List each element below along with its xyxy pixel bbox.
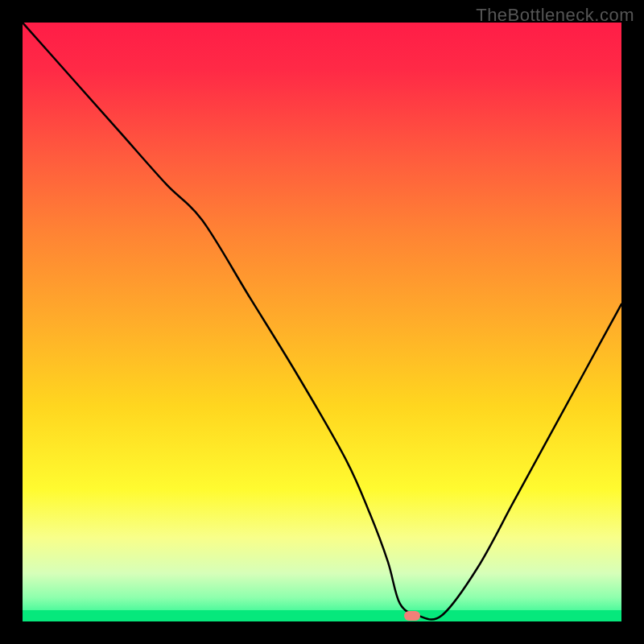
bottleneck-curve-path	[23, 23, 621, 620]
curve-svg	[23, 23, 621, 621]
chart-stage: TheBottleneck.com	[0, 0, 644, 644]
watermark-text: TheBottleneck.com	[476, 5, 634, 26]
plot-area	[23, 23, 621, 621]
optimal-marker	[404, 611, 420, 621]
